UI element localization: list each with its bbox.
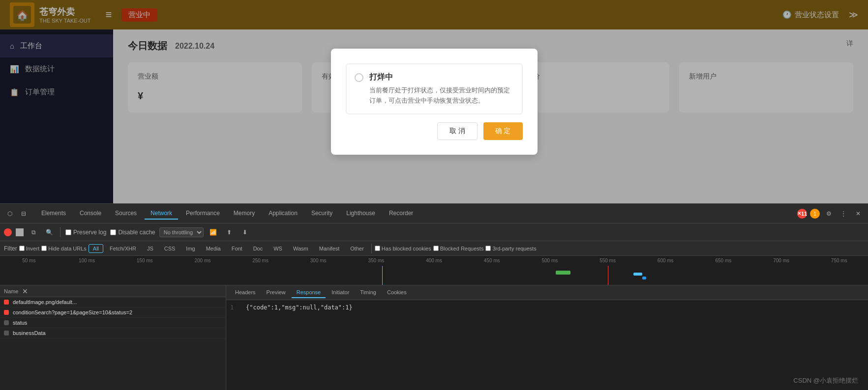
tick-300ms: 300 ms [289,258,347,263]
tab-headers[interactable]: Headers [230,287,261,298]
invert-checkbox[interactable] [19,246,25,251]
has-blocked-cookies-checkbox[interactable] [375,246,380,251]
requests-panel: Name ✕ defaultImage.png/default... condi… [0,285,226,390]
modal-option-busy[interactable]: 打烊中 当前餐厅处于打烊状态，仅接受营业时间内的预定订单，可点击营业中手动恢复营… [346,63,523,115]
filter-other[interactable]: Other [346,244,368,253]
blocked-requests-label[interactable]: Blocked Requests [433,246,484,251]
network-filter-bar: Filter Invert Hide data URLs All Fetch/X… [0,241,868,256]
third-party-checkbox[interactable] [485,246,491,251]
confirm-button[interactable]: 确 定 [483,122,523,140]
filter-fetch-xhr[interactable]: Fetch/XHR [105,244,141,253]
blocked-requests-text: Blocked Requests [440,246,484,251]
toolbar-divider [60,227,60,237]
filter-doc[interactable]: Doc [249,244,268,253]
filter-img[interactable]: Img [181,244,199,253]
tab-security[interactable]: Security [305,208,338,220]
tab-lighthouse[interactable]: Lighthouse [340,208,381,220]
timeline-bars [0,266,868,285]
tab-cookies[interactable]: Cookies [382,287,412,298]
preserve-log-checkbox[interactable] [65,229,71,235]
filter-icon[interactable]: ⧉ [28,226,39,238]
request-name: conditionSearch?page=1&pageSize=10&statu… [13,309,222,315]
tab-performance[interactable]: Performance [180,208,226,220]
tick-550ms: 550 ms [579,258,637,263]
download-icon[interactable]: ⬇ [239,226,251,238]
preserve-log-text: Preserve log [73,229,106,236]
has-blocked-cookies-label[interactable]: Has blocked cookies [375,246,431,251]
hide-urls-label[interactable]: Hide data URLs [41,246,87,251]
tab-memory[interactable]: Memory [228,208,261,220]
tick-100ms: 100 ms [58,258,116,263]
request-name: status [13,320,222,326]
option-title-busy: 打烊中 [369,72,514,83]
filter-font[interactable]: Font [227,244,247,253]
tab-application[interactable]: Application [263,208,303,220]
table-row[interactable]: businessData [0,328,226,338]
radio-option-busy[interactable] [355,73,363,82]
filter-label: Filter [4,245,17,252]
disable-cache-checkbox[interactable] [110,229,116,235]
third-party-label[interactable]: 3rd-party requests [485,246,536,251]
table-row[interactable]: defaultImage.png/default... [0,297,226,307]
tab-response[interactable]: Response [292,287,326,298]
modal-dialog: 打烊中 当前餐厅处于打烊状态，仅接受营业时间内的预定订单，可点击营业中手动恢复营… [331,49,538,155]
timeline-bar-5 [642,277,646,279]
tab-elements[interactable]: Elements [35,208,72,220]
devtools-close-icon[interactable]: ✕ [852,208,864,220]
tick-200ms: 200 ms [174,258,232,263]
req-status-indicator [4,310,9,315]
stop-button[interactable] [16,228,24,236]
timeline-area: 50 ms 100 ms 150 ms 200 ms 250 ms 300 ms… [0,256,868,285]
upload-icon[interactable]: ⬆ [223,226,235,238]
filter-divider [371,244,372,253]
table-row[interactable]: conditionSearch?page=1&pageSize=10&statu… [0,307,226,318]
filter-ws[interactable]: WS [269,244,287,253]
devtools-more-icon[interactable]: ⋮ [838,208,849,220]
network-toolbar: ⧉ 🔍 Preserve log Disable cache No thrott… [0,223,868,241]
devtools-panel: ⬡ ⊟ Elements Console Sources Network Per… [0,203,868,390]
throttle-select[interactable]: No throttling [159,227,204,237]
tab-recorder[interactable]: Recorder [383,208,419,220]
tab-console[interactable]: Console [74,208,107,220]
close-detail-btn[interactable]: ✕ [18,287,32,295]
timeline-bar-1 [382,266,383,285]
cancel-button[interactable]: 取 消 [437,122,478,140]
wifi-icon[interactable]: 📶 [208,226,219,238]
table-row[interactable]: status [0,318,226,328]
tick-400ms: 400 ms [405,258,463,263]
preserve-log-label[interactable]: Preserve log [65,229,106,236]
filter-media[interactable]: Media [202,244,225,253]
tick-150ms: 150 ms [116,258,174,263]
tab-timing[interactable]: Timing [355,287,381,298]
line-content: {"code":1,"msg":null,"data":1} [246,304,353,311]
tick-250ms: 250 ms [232,258,290,263]
filter-manifest[interactable]: Manifest [315,244,344,253]
filter-css[interactable]: CSS [160,244,180,253]
disable-cache-label[interactable]: Disable cache [110,229,155,236]
record-button[interactable] [4,228,12,236]
blocked-requests-checkbox[interactable] [433,246,439,251]
search-icon[interactable]: 🔍 [43,226,55,238]
requests-header: Name ✕ [0,285,226,297]
timeline-bar-4 [633,273,642,276]
tab-network[interactable]: Network [145,208,178,220]
devtools-inspect-icon[interactable]: ⬡ [4,208,16,220]
req-status-indicator [4,300,9,305]
tab-initiator[interactable]: Initiator [327,287,354,298]
response-tabs: Headers Preview Response Initiator Timin… [226,285,868,300]
tick-50ms: 50 ms [0,258,58,263]
tab-sources[interactable]: Sources [109,208,143,220]
invert-label[interactable]: Invert [19,246,40,251]
request-name: defaultImage.png/default... [13,299,222,305]
filter-js[interactable]: JS [143,244,158,253]
devtools-settings-icon[interactable]: ⚙ [823,208,835,220]
response-line: 1 {"code":1,"msg":null,"data":1} [230,304,864,311]
filter-all[interactable]: All [89,244,103,253]
filter-wasm[interactable]: Wasm [289,244,313,253]
devtools-device-icon[interactable]: ⊟ [18,208,30,220]
invert-text: Invert [26,246,40,251]
tab-preview[interactable]: Preview [262,287,291,298]
line-number: 1 [230,304,240,311]
req-status-indicator [4,331,9,335]
hide-urls-checkbox[interactable] [41,246,47,251]
